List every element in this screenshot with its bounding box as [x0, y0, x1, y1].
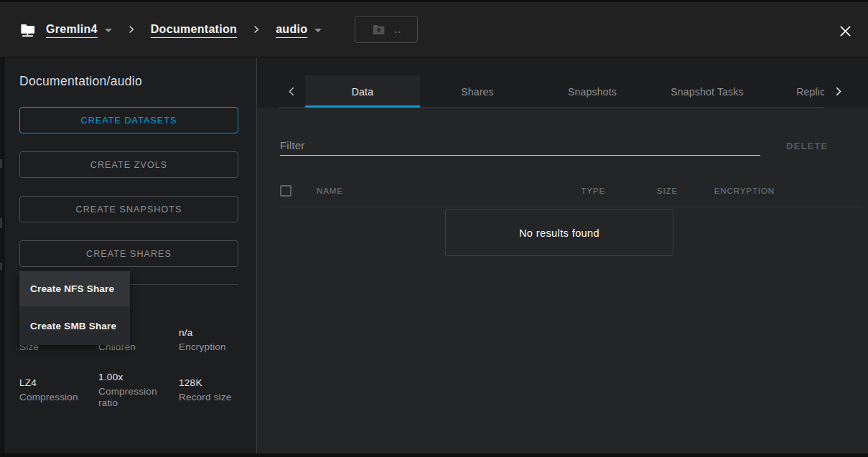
stat-encryption-label: Encryption [179, 341, 246, 353]
page-behind-edge [0, 57, 5, 453]
page-behind-artifact [0, 263, 2, 270]
stat-record-size: 128K Record size [179, 375, 246, 403]
folder-up-icon [371, 22, 386, 37]
breadcrumb-documentation[interactable]: Documentation [151, 23, 237, 36]
dataset-details-sidebar: Documentation/audio CREATE DATASETS CREA… [5, 57, 256, 453]
content-area: Documentation/audio CREATE DATASETS CREA… [0, 57, 868, 453]
stat-compression-ratio: 1.00x Compression ratio [98, 369, 179, 409]
tab-shares[interactable]: Shares [420, 75, 535, 108]
dataset-detail-panel: Data Shares Snapshots Snapshot Tasks Rep… [256, 57, 868, 453]
tab-shares-label: Shares [461, 86, 494, 98]
menu-item-create-smb-share[interactable]: Create SMB Share [19, 306, 130, 345]
updir-label: .. [394, 24, 401, 35]
page-behind-artifact [0, 159, 2, 168]
tab-data-label: Data [352, 86, 373, 98]
tabs-viewport: Data Shares Snapshots Snapshot Tasks Rep… [305, 75, 830, 108]
tab-snapshots[interactable]: Snapshots [535, 75, 650, 108]
chevron-right-icon [127, 24, 136, 34]
filter-input[interactable] [280, 135, 760, 156]
empty-results-box: No results found [445, 209, 673, 256]
table-header-row: NAME TYPE SIZE ENCRYPTION [280, 175, 846, 207]
stat-record-size-label: Record size [179, 392, 246, 403]
empty-results-message: No results found [519, 227, 599, 239]
menu-item-create-nfs-share[interactable]: Create NFS Share [19, 271, 130, 306]
breadcrumb-audio[interactable]: audio [276, 23, 322, 36]
column-header-type: TYPE [526, 187, 605, 195]
tab-snapshot-tasks[interactable]: Snapshot Tasks [650, 75, 765, 108]
top-bar: Gremlin4 Documentation audio .. [0, 0, 868, 57]
close-icon[interactable] [835, 21, 855, 41]
column-header-size: SIZE [605, 187, 678, 195]
stat-compression-value: LZ4 [19, 375, 98, 390]
create-snapshots-button[interactable]: CREATE SNAPSHOTS [19, 196, 238, 222]
tab-data[interactable]: Data [305, 75, 420, 108]
stat-encryption: n/a Encryption [179, 325, 246, 353]
caret-down-icon[interactable] [105, 29, 112, 32]
select-all-checkbox[interactable] [280, 185, 291, 197]
stat-compression-ratio-label: Compression ratio [98, 386, 179, 409]
tabs-scroll-right-button[interactable] [824, 75, 851, 108]
column-header-encryption: ENCRYPTION [678, 187, 775, 195]
table-header-rule [280, 207, 861, 207]
pool-link[interactable]: Gremlin4 [46, 23, 98, 36]
stat-record-size-value: 128K [179, 375, 246, 390]
tab-snapshot-tasks-label: Snapshot Tasks [671, 86, 743, 98]
dataset-path-title: Documentation/audio [19, 74, 142, 89]
dataset-stats-row-2: LZ4 Compression 1.00x Compression ratio … [19, 367, 246, 410]
create-datasets-button[interactable]: CREATE DATASETS [19, 107, 238, 133]
column-header-name: NAME [317, 187, 526, 195]
create-zvols-button[interactable]: CREATE ZVOLS [19, 151, 238, 178]
nas-storage-icon [19, 22, 36, 38]
tabs-strip: Data Shares Snapshots Snapshot Tasks Rep… [305, 75, 830, 108]
stat-compression: LZ4 Compression [19, 375, 98, 403]
go-to-parent-button[interactable]: .. [355, 16, 418, 43]
audio-link[interactable]: audio [276, 23, 307, 36]
chevron-right-icon [252, 24, 261, 34]
tab-bar: Data Shares Snapshots Snapshot Tasks Rep… [257, 57, 868, 108]
stat-compression-label: Compression [19, 392, 98, 403]
page-behind-artifact [0, 218, 2, 228]
tabs-scroll-left-button[interactable] [281, 75, 302, 108]
caret-down-icon[interactable] [314, 29, 322, 32]
delete-button[interactable]: DELETE [786, 141, 828, 151]
tab-replication[interactable]: Replication [765, 75, 830, 108]
stat-encryption-value: n/a [179, 325, 246, 340]
breadcrumb-pool[interactable]: Gremlin4 [46, 23, 112, 36]
create-shares-button[interactable]: CREATE SHARES [19, 240, 238, 267]
active-tab-underline [305, 105, 420, 108]
create-share-menu: Create NFS Share Create SMB Share [19, 271, 130, 345]
stat-compression-ratio-value: 1.00x [98, 369, 179, 385]
tab-snapshots-label: Snapshots [568, 86, 617, 98]
